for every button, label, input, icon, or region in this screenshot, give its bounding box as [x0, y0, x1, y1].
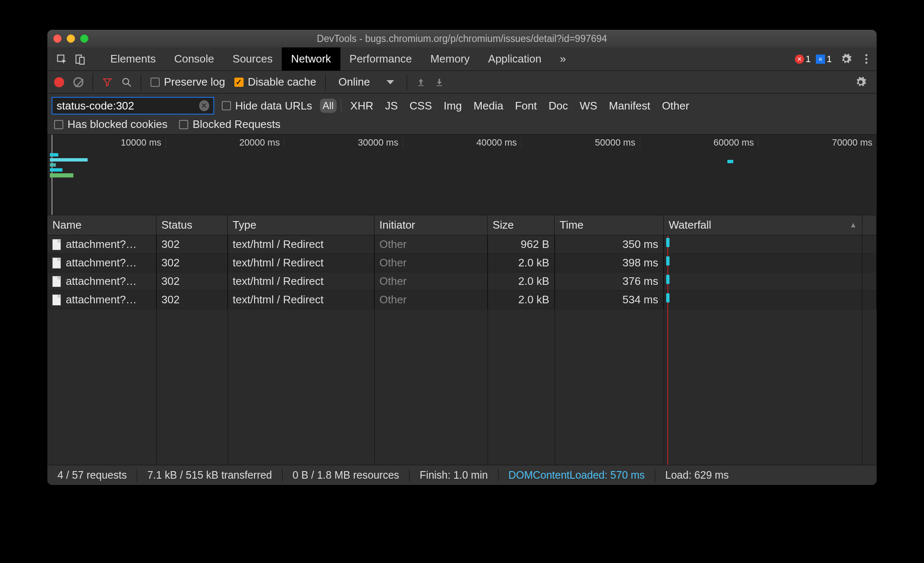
column-header-size[interactable]: Size [488, 215, 555, 235]
tab-performance[interactable]: Performance [340, 47, 421, 70]
message-count-badge[interactable]: ≡ 1 [816, 54, 832, 65]
filter-type-doc[interactable]: Doc [543, 98, 573, 114]
cell-size: 2.0 kB [488, 254, 555, 272]
tab-console[interactable]: Console [165, 47, 223, 70]
cell-waterfall [664, 291, 862, 309]
cell-initiator: Other [374, 291, 488, 309]
status-finish: Finish: 1.0 min [417, 469, 491, 481]
cell-size: 962 B [488, 235, 555, 253]
filter-bar: ✕ Hide data URLs AllXHRJSCSSImgMediaFont… [47, 94, 877, 135]
preserve-log-checkbox[interactable]: Preserve log [151, 76, 225, 89]
filter-icon[interactable] [102, 77, 112, 87]
column-header-time[interactable]: Time [555, 215, 664, 235]
filter-type-img[interactable]: Img [439, 98, 467, 114]
tab-elements[interactable]: Elements [101, 47, 165, 70]
disable-cache-checkbox[interactable]: Disable cache [234, 76, 316, 89]
titlebar: DevTools - bugs.chromium.org/p/chromium/… [47, 30, 877, 47]
table-row[interactable]: attachment?…302text/html / RedirectOther… [47, 291, 877, 309]
cell-status: 302 [156, 254, 228, 272]
network-settings-icon[interactable] [851, 76, 870, 88]
cell-initiator: Other [374, 272, 488, 290]
upload-har-icon[interactable] [416, 78, 426, 87]
status-bar: 4 / 57 requests 7.1 kB / 515 kB transfer… [47, 465, 877, 485]
preserve-log-box [151, 78, 160, 87]
error-icon [795, 55, 804, 64]
cell-time: 398 ms [555, 254, 664, 272]
panel-tabs: ElementsConsoleSourcesNetworkPerformance… [47, 47, 877, 71]
filter-type-font[interactable]: Font [510, 98, 542, 114]
record-button[interactable] [54, 77, 64, 87]
table-row[interactable]: attachment?…302text/html / RedirectOther… [47, 254, 877, 272]
cell-scroll-spacer [862, 235, 877, 253]
svg-rect-6 [437, 85, 442, 86]
filter-type-css[interactable]: CSS [405, 98, 437, 114]
throttling-select[interactable]: Online [335, 74, 397, 90]
search-icon[interactable] [122, 77, 132, 87]
settings-icon[interactable] [837, 53, 855, 65]
svg-rect-5 [418, 85, 424, 86]
sort-indicator-icon: ▲ [849, 221, 857, 229]
column-header-name[interactable]: Name [47, 215, 156, 235]
cell-type: text/html / Redirect [228, 272, 374, 290]
status-resources: 0 B / 1.8 MB resources [290, 469, 402, 481]
filter-type-media[interactable]: Media [469, 98, 509, 114]
waterfall-bar [666, 256, 670, 266]
file-icon [52, 276, 61, 287]
requests-table-body[interactable]: attachment?…302text/html / RedirectOther… [47, 235, 877, 465]
tab-memory[interactable]: Memory [421, 47, 479, 70]
inspect-element-icon[interactable] [52, 47, 71, 70]
blocked-requests-label: Blocked Requests [192, 118, 280, 131]
requests-table-header: Name Status Type Initiator Size Time Wat… [47, 215, 877, 235]
tabs-overflow[interactable]: » [551, 47, 575, 70]
cell-scroll-spacer [862, 291, 877, 309]
overview-tick: 30000 ms [284, 137, 402, 148]
clear-button[interactable] [73, 77, 83, 87]
cell-status: 302 [156, 235, 228, 253]
filter-type-manifest[interactable]: Manifest [604, 98, 655, 114]
cell-name: attachment?… [47, 254, 156, 272]
file-icon [52, 258, 61, 268]
message-count: 1 [827, 54, 832, 65]
column-header-type[interactable]: Type [228, 215, 374, 235]
overview-timeline[interactable]: 10000 ms20000 ms30000 ms40000 ms50000 ms… [47, 135, 877, 215]
svg-point-3 [123, 78, 129, 84]
waterfall-bar [666, 238, 670, 247]
filter-type-other[interactable]: Other [657, 98, 694, 114]
error-count-badge[interactable]: 1 [795, 54, 811, 65]
throttling-value: Online [338, 76, 370, 89]
column-header-initiator[interactable]: Initiator [374, 215, 488, 235]
tab-network[interactable]: Network [282, 47, 340, 70]
hide-data-urls-checkbox[interactable]: Hide data URLs [222, 99, 312, 112]
has-blocked-cookies-checkbox[interactable]: Has blocked cookies [54, 118, 167, 131]
filter-type-js[interactable]: JS [380, 98, 402, 114]
download-har-icon[interactable] [435, 78, 444, 87]
column-header-waterfall[interactable]: Waterfall ▲ [664, 215, 862, 235]
device-toolbar-icon[interactable] [71, 47, 89, 70]
more-icon[interactable] [860, 54, 872, 64]
tab-application[interactable]: Application [479, 47, 550, 70]
cell-size: 2.0 kB [488, 291, 555, 309]
filter-type-all[interactable]: All [320, 99, 337, 113]
error-count: 1 [806, 54, 811, 65]
cell-type: text/html / Redirect [228, 235, 374, 253]
table-row[interactable]: attachment?…302text/html / RedirectOther… [47, 272, 877, 291]
file-icon [52, 295, 61, 305]
column-header-status[interactable]: Status [156, 215, 228, 235]
table-row[interactable]: attachment?…302text/html / RedirectOther… [47, 235, 877, 254]
filter-type-xhr[interactable]: XHR [345, 98, 379, 114]
filter-type-ws[interactable]: WS [575, 98, 602, 114]
cell-type: text/html / Redirect [228, 291, 374, 309]
requests-table: Name Status Type Initiator Size Time Wat… [47, 215, 877, 465]
svg-line-4 [128, 83, 131, 86]
cell-status: 302 [156, 272, 228, 290]
blocked-requests-checkbox[interactable]: Blocked Requests [179, 118, 280, 131]
overview-late-bar [727, 160, 733, 163]
filter-input[interactable] [57, 99, 199, 112]
cell-waterfall [664, 272, 862, 290]
svg-rect-2 [80, 57, 84, 64]
clear-filter-icon[interactable]: ✕ [199, 100, 209, 111]
tab-sources[interactable]: Sources [223, 47, 282, 70]
status-domcontentloaded: DOMContentLoaded: 570 ms [506, 469, 647, 481]
disable-cache-box [234, 78, 244, 87]
cell-name: attachment?… [47, 235, 156, 253]
